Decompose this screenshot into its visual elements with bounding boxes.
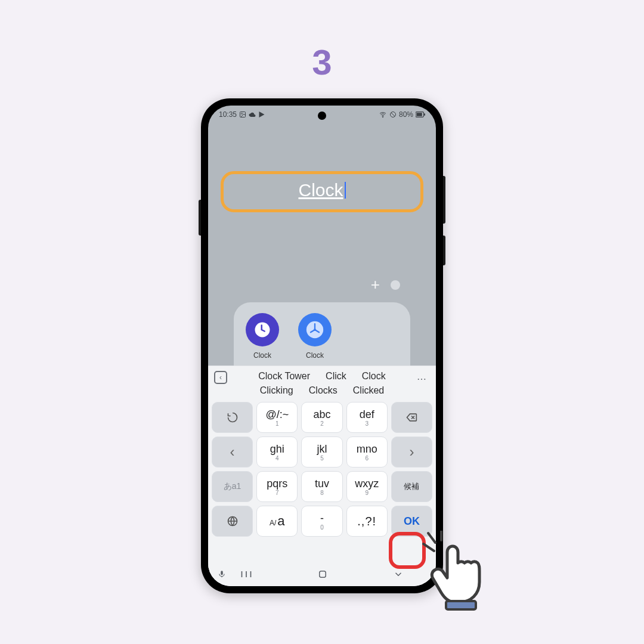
nav-home[interactable] [317, 569, 328, 582]
key-8[interactable]: tuv8 [301, 471, 342, 502]
more-suggestions-icon[interactable]: ⋯ [417, 373, 428, 385]
play-icon [258, 111, 265, 118]
wifi-icon [379, 111, 387, 118]
suggestion[interactable]: Clicking [260, 385, 293, 396]
svg-point-2 [382, 116, 383, 117]
step-number: 3 [312, 42, 332, 83]
folder-palette-button[interactable] [391, 280, 400, 290]
power-button [443, 236, 445, 265]
suggestion[interactable]: Click [326, 371, 346, 382]
key-ok[interactable]: OK [391, 506, 432, 537]
image-icon [239, 111, 246, 118]
wallpaper-area: Clock + Clock Clock [208, 123, 436, 332]
app-label: Clock [295, 351, 335, 360]
key-undo[interactable] [212, 402, 253, 433]
key-backspace[interactable] [391, 402, 432, 433]
text-cursor [345, 182, 346, 199]
key-0[interactable]: -0 [301, 506, 342, 537]
nav-back[interactable] [393, 569, 404, 582]
folder-name-value: Clock [298, 180, 343, 200]
key-cursor-right[interactable] [391, 436, 432, 467]
key-cursor-left[interactable] [212, 436, 253, 467]
battery-icon [416, 112, 425, 117]
suggestion[interactable]: Clicked [353, 385, 384, 396]
svg-rect-5 [417, 113, 422, 116]
key-4[interactable]: ghi4 [256, 436, 298, 467]
key-9[interactable]: wxyz9 [346, 471, 388, 502]
suggestion[interactable]: Clock [362, 371, 386, 382]
svg-rect-6 [424, 113, 425, 116]
key-1[interactable]: @/:~1 [256, 402, 298, 433]
add-apps-button[interactable]: + [371, 275, 380, 294]
no-sim-icon [389, 111, 397, 118]
svg-point-1 [242, 113, 243, 114]
bixby-button [199, 200, 201, 236]
cloud-icon [249, 111, 256, 118]
keyboard: ‹ Clock Tower Click Clock ⋯ Clicking Clo… [208, 366, 436, 586]
key-candidate[interactable]: 候補 [391, 471, 432, 502]
suggestion-bar: ‹ Clock Tower Click Clock ⋯ Clicking Clo… [208, 366, 436, 398]
clock-icon [298, 313, 332, 346]
key-3[interactable]: def3 [346, 402, 388, 433]
key-7[interactable]: pqrs7 [256, 471, 298, 502]
folder-name-field[interactable]: Clock [221, 171, 423, 212]
key-case[interactable]: A/a [256, 506, 298, 537]
key-language[interactable] [212, 506, 253, 537]
key-2[interactable]: abc2 [301, 402, 342, 433]
nav-recent[interactable] [240, 569, 252, 581]
svg-rect-11 [320, 571, 326, 578]
battery-pct: 80% [399, 110, 413, 119]
app-label: Clock [242, 351, 283, 360]
svg-point-9 [314, 329, 316, 331]
suggestion[interactable]: Clock Tower [258, 371, 310, 382]
clock-icon [246, 313, 279, 346]
svg-rect-15 [446, 601, 476, 609]
phone-screen: 10:35 80% [208, 106, 436, 586]
volume-button [443, 176, 445, 224]
suggestion[interactable]: Clocks [309, 385, 338, 396]
key-6[interactable]: mno6 [346, 436, 388, 467]
front-camera [318, 112, 326, 120]
status-time: 10:35 [219, 110, 237, 119]
android-nav-bar [208, 565, 436, 586]
key-punct[interactable]: .,?! [346, 506, 388, 537]
key-5[interactable]: jkl5 [301, 436, 342, 467]
mic-icon[interactable] [218, 570, 226, 581]
key-input-mode[interactable]: あa1 [212, 471, 253, 502]
phone-frame: 10:35 80% [201, 98, 443, 593]
suggest-collapse-icon[interactable]: ‹ [214, 371, 227, 384]
